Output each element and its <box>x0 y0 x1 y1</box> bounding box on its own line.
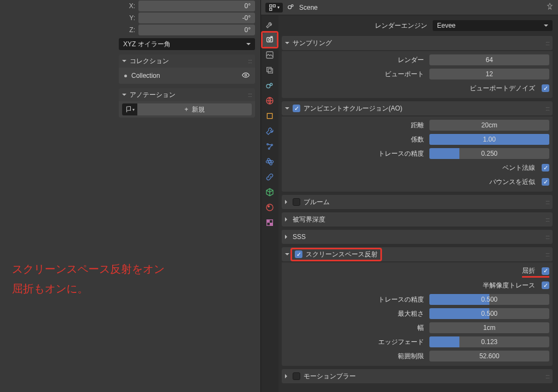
ao-header[interactable]: アンビエントオクルージョン(AO) :::: <box>282 101 553 115</box>
tab-physics[interactable] <box>263 155 277 169</box>
new-annotation-label: 新規 <box>192 105 205 114</box>
collection-item[interactable]: Collection <box>122 70 252 82</box>
annotation-panel-title: アノテーション <box>130 90 175 100</box>
viewport-samples-label: ビューポート <box>285 70 424 79</box>
render-samples-field[interactable]: 64 <box>429 54 549 65</box>
motionblur-title: モーションブラー <box>304 372 356 381</box>
pin-icon[interactable] <box>546 3 554 12</box>
tab-scene[interactable] <box>263 78 277 93</box>
svg-point-5 <box>292 5 294 7</box>
motionblur-enable-checkbox[interactable] <box>293 372 300 380</box>
plus-icon: + <box>184 106 188 113</box>
ssr-edge-field[interactable]: 0.123 <box>429 336 549 347</box>
ao-bent-label: ベント法線 <box>502 163 535 173</box>
rot-z-field[interactable]: 0° <box>138 24 255 35</box>
new-annotation-button[interactable]: + 新規 <box>137 103 252 115</box>
render-engine-dropdown[interactable]: Eevee <box>433 20 553 31</box>
motionblur-header[interactable]: モーションブラー :::: <box>282 369 553 383</box>
rot-x-field[interactable]: 0° <box>138 1 255 11</box>
viewport-samples-field[interactable]: 12 <box>429 69 549 79</box>
tab-object[interactable] <box>263 109 277 123</box>
ssr-rough-field[interactable]: 0.500 <box>429 308 549 319</box>
dof-header[interactable]: 被写界深度 :::: <box>282 212 553 226</box>
disclosure-triangle-icon <box>285 235 289 239</box>
disclosure-triangle-icon <box>285 253 289 258</box>
scene-icon <box>287 3 295 12</box>
ssr-body: 屈折 半解像度トレース トレースの精度 0.500 最大粗さ 0. <box>282 262 553 366</box>
collection-panel-body: Collection <box>119 68 255 84</box>
annotation-panel-body: ▾ + 新規 <box>119 101 255 118</box>
svg-rect-25 <box>267 220 270 223</box>
ssr-trace-field[interactable]: 0.500 <box>429 294 549 305</box>
tab-tool[interactable] <box>263 17 277 32</box>
ao-factor-field[interactable]: 1.00 <box>429 134 549 145</box>
rotation-mode-dropdown[interactable]: XYZ オイラー角 <box>119 38 255 50</box>
ao-bounce-checkbox[interactable] <box>542 178 549 186</box>
viewport-denoise-checkbox[interactable] <box>542 84 549 92</box>
drag-handle-icon[interactable]: :::: <box>545 373 549 379</box>
ao-trace-field[interactable]: 0.250 <box>429 148 549 159</box>
ssr-clamp-field[interactable]: 52.600 <box>429 351 549 362</box>
bloom-enable-checkbox[interactable] <box>293 198 300 206</box>
tab-modifiers[interactable] <box>263 124 277 138</box>
ao-enable-checkbox[interactable] <box>293 105 300 112</box>
annotation-data-icon[interactable]: ▾ <box>122 103 137 115</box>
render-properties-content: レンダーエンジン Eevee サンプリング :::: レンダー 64 <box>278 15 558 392</box>
svg-rect-11 <box>268 69 272 73</box>
tab-particles[interactable] <box>263 139 277 154</box>
tab-data[interactable] <box>263 185 277 199</box>
tab-render[interactable] <box>263 33 277 47</box>
disclosure-triangle-icon <box>285 200 289 204</box>
tab-texture[interactable] <box>263 216 277 230</box>
svg-point-19 <box>269 161 271 163</box>
sss-header[interactable]: SSS :::: <box>282 230 553 244</box>
drag-handle-icon[interactable]: :::: <box>545 252 549 258</box>
rot-y-field[interactable]: -0° <box>138 13 255 23</box>
tab-constraints[interactable] <box>263 170 277 184</box>
ao-distance-label: 距離 <box>285 121 424 130</box>
bloom-title: ブルーム <box>304 198 330 207</box>
drag-handle-icon[interactable]: :::: <box>545 234 549 240</box>
drag-handle-icon[interactable]: :::: <box>545 40 549 46</box>
ssr-thick-label: 幅 <box>285 323 424 333</box>
rot-z-label: Z: <box>119 26 135 34</box>
drag-handle-icon[interactable]: :::: <box>248 58 252 64</box>
ao-title: アンビエントオクルージョン(AO) <box>304 104 402 113</box>
tab-material[interactable] <box>263 200 277 215</box>
ao-distance-field[interactable]: 20cm <box>429 120 549 131</box>
visibility-icon[interactable] <box>242 71 250 81</box>
svg-rect-8 <box>271 36 272 38</box>
svg-point-4 <box>288 5 292 9</box>
ssr-halfres-label: 半解像度トレース <box>483 281 535 290</box>
bullet-icon <box>124 75 127 77</box>
tab-output[interactable] <box>263 48 277 62</box>
ao-bent-checkbox[interactable] <box>542 164 549 171</box>
editor-type-button[interactable]: ▾ <box>265 3 283 13</box>
sampling-header[interactable]: サンプリング :::: <box>282 36 553 50</box>
sss-title: SSS <box>293 233 306 241</box>
collection-panel-header[interactable]: コレクション :::: <box>119 54 255 68</box>
svg-point-12 <box>266 84 270 88</box>
scene-name: Scene <box>299 4 318 11</box>
ssr-header[interactable]: スクリーンスペース反射 :::: <box>282 247 553 261</box>
render-engine-value: Eevee <box>437 22 456 29</box>
drag-handle-icon[interactable]: :::: <box>545 199 549 205</box>
annotation-panel-header[interactable]: アノテーション :::: <box>119 88 255 101</box>
bloom-header[interactable]: ブルーム :::: <box>282 195 553 209</box>
ao-trace-label: トレースの精度 <box>285 149 424 158</box>
svg-point-21 <box>266 158 272 166</box>
drag-handle-icon[interactable]: :::: <box>545 106 549 112</box>
ssr-refraction-checkbox[interactable] <box>542 267 549 275</box>
ssr-enable-checkbox[interactable] <box>295 250 302 258</box>
tab-viewlayer[interactable] <box>263 63 277 77</box>
render-engine-label: レンダーエンジン <box>282 21 427 30</box>
drag-handle-icon[interactable]: :::: <box>545 217 549 223</box>
left-panel-area: X: 0° Y: -0° Z: 0° XYZ オイラー角 コレクション ::::… <box>119 0 255 118</box>
ssr-thick-field[interactable]: 1cm <box>429 322 549 333</box>
svg-rect-26 <box>270 223 272 225</box>
ssr-halfres-checkbox[interactable] <box>542 281 549 289</box>
collection-name: Collection <box>131 72 160 79</box>
svg-rect-3 <box>270 8 272 10</box>
tab-world[interactable] <box>263 94 277 108</box>
drag-handle-icon[interactable]: :::: <box>248 92 252 98</box>
